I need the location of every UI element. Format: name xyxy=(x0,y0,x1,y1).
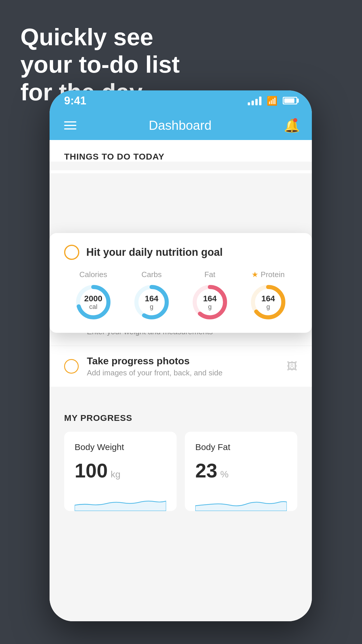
task-name-photos: Take progress photos xyxy=(87,355,279,367)
status-bar: 9:41 📶 xyxy=(50,90,312,111)
battery-icon xyxy=(283,97,297,104)
status-time: 9:41 xyxy=(64,94,86,107)
nutrition-card[interactable]: Hit your daily nutrition goal Calories xyxy=(50,233,312,333)
progress-fat-value-row: 23 % xyxy=(195,459,287,482)
nutrition-card-header: Hit your daily nutrition goal xyxy=(64,245,297,260)
progress-cards: Body Weight 100 kg Body Fat 23 xyxy=(64,432,297,511)
stat-calories-value: 2000 xyxy=(84,294,102,303)
progress-card-weight-title: Body Weight xyxy=(75,442,166,452)
task-circle-photos xyxy=(64,359,79,374)
app-header: Dashboard 🔔 xyxy=(50,111,312,140)
progress-weight-value-row: 100 kg xyxy=(75,459,166,482)
stat-carbs-unit: g xyxy=(145,303,159,310)
progress-card-fat-title: Body Fat xyxy=(195,442,287,452)
nutrition-card-title: Hit your daily nutrition goal xyxy=(86,246,223,258)
progress-card-weight[interactable]: Body Weight 100 kg xyxy=(64,432,177,511)
stat-fat: Fat 164 g xyxy=(191,270,229,321)
stat-fat-unit: g xyxy=(203,303,217,310)
task-sub-photos: Add images of your front, back, and side xyxy=(87,368,279,377)
donut-calories: 2000 cal xyxy=(74,283,112,321)
nutrition-check-circle xyxy=(64,245,79,260)
stat-carbs: Carbs 164 g xyxy=(133,270,171,321)
progress-weight-unit: kg xyxy=(110,469,120,480)
progress-fat-value: 23 xyxy=(195,459,217,482)
things-to-do-section: THINGS TO DO TODAY xyxy=(50,140,312,162)
fat-wave-chart xyxy=(195,488,287,511)
stat-carbs-label: Carbs xyxy=(141,270,161,279)
stat-calories-unit: cal xyxy=(84,303,102,310)
stat-protein-label: ★ Protein xyxy=(252,270,284,279)
things-to-do-heading: THINGS TO DO TODAY xyxy=(64,152,297,162)
photo-icon: 🖼 xyxy=(287,360,297,372)
signal-icon xyxy=(248,96,261,105)
task-info-photos: Take progress photos Add images of your … xyxy=(87,355,279,377)
stat-protein-value: 164 xyxy=(261,294,275,303)
donut-protein: 164 g xyxy=(249,283,287,321)
notification-bell-icon[interactable]: 🔔 xyxy=(284,118,297,133)
wifi-icon: 📶 xyxy=(267,96,277,106)
main-content: THINGS TO DO TODAY Hit your daily nutrit… xyxy=(50,140,312,621)
progress-card-fat[interactable]: Body Fat 23 % xyxy=(185,432,297,511)
progress-weight-value: 100 xyxy=(75,459,108,482)
star-icon: ★ xyxy=(252,270,258,279)
stat-protein-unit: g xyxy=(261,303,275,310)
progress-fat-unit: % xyxy=(220,469,229,480)
menu-icon[interactable] xyxy=(64,121,76,130)
task-item-photos[interactable]: Take progress photos Add images of your … xyxy=(50,346,312,387)
donut-fat: 164 g xyxy=(191,283,229,321)
weight-wave-chart xyxy=(75,488,166,511)
status-icons: 📶 xyxy=(248,96,297,106)
donut-carbs: 164 g xyxy=(133,283,171,321)
progress-heading: MY PROGRESS xyxy=(64,413,297,423)
header-title: Dashboard xyxy=(149,118,211,133)
stat-protein: ★ Protein 164 g xyxy=(249,270,287,321)
stat-calories-label: Calories xyxy=(79,270,107,279)
stat-fat-label: Fat xyxy=(204,270,215,279)
stat-carbs-value: 164 xyxy=(145,294,159,303)
stat-fat-value: 164 xyxy=(203,294,217,303)
stat-calories: Calories 2000 cal xyxy=(74,270,112,321)
phone-mockup: 9:41 📶 Dashboard 🔔 THINGS TO DO TODAY xyxy=(50,90,312,621)
nutrition-stats: Calories 2000 cal xyxy=(64,270,297,321)
progress-section: MY PROGRESS Body Weight 100 kg xyxy=(50,398,312,520)
